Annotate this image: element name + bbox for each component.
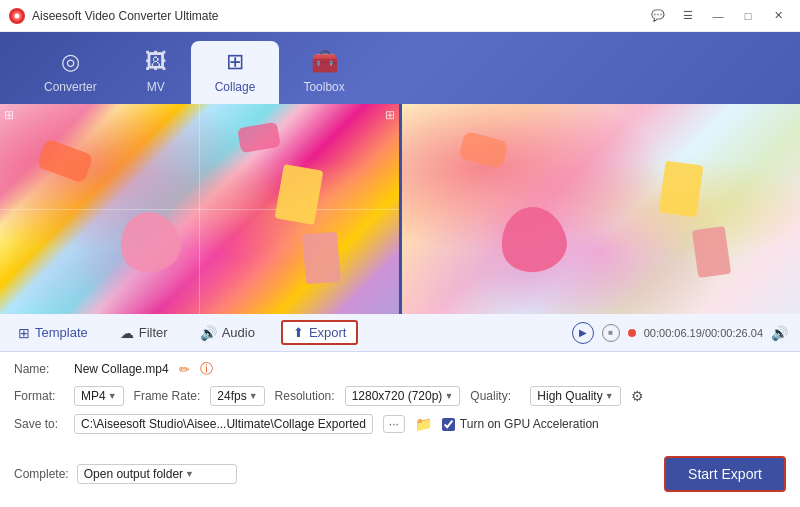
close-button[interactable]: ✕ (764, 6, 792, 26)
resolution-value: 1280x720 (720p) (352, 389, 443, 403)
grid-icon-tr: ⊞ (385, 108, 395, 122)
tab-collage-label: Collage (215, 80, 256, 94)
playback-controls: ▶ ■ 00:00:06.19/00:00:26.04 🔊 (572, 322, 788, 344)
name-value: New Collage.mp4 (74, 362, 169, 376)
quality-select[interactable]: High Quality ▼ (530, 386, 620, 406)
browse-button[interactable]: ··· (383, 415, 405, 433)
play-button[interactable]: ▶ (572, 322, 594, 344)
audio-icon: 🔊 (200, 325, 217, 341)
tab-toolbox-label: Toolbox (303, 80, 344, 94)
toolbar: ⊞ Template ☁ Filter 🔊 Audio ⬆ Export ▶ ■… (0, 314, 800, 352)
preview-left-bg: ⊞ ⊞ (0, 104, 399, 314)
resolution-arrow: ▼ (444, 391, 453, 401)
audio-label: Audio (222, 325, 255, 340)
app-logo (8, 7, 26, 25)
stop-button[interactable]: ■ (602, 324, 620, 342)
name-row: Name: New Collage.mp4 ✏ ⓘ (14, 360, 786, 378)
quality-label: Quality: (470, 389, 520, 403)
grid-icon-tl: ⊞ (4, 108, 14, 122)
preview-area: ⊞ ⊞ (0, 104, 800, 314)
format-select[interactable]: MP4 ▼ (74, 386, 124, 406)
start-export-button[interactable]: Start Export (664, 456, 786, 492)
chat-button[interactable]: 💬 (644, 6, 672, 26)
filter-label: Filter (139, 325, 168, 340)
resolution-select[interactable]: 1280x720 (720p) ▼ (345, 386, 461, 406)
quality-gear-icon[interactable]: ⚙ (631, 388, 644, 404)
svg-point-2 (15, 13, 20, 18)
titlebar-left: Aiseesoft Video Converter Ultimate (8, 7, 219, 25)
saveto-input[interactable]: C:\Aiseesoft Studio\Aisee...Ultimate\Col… (74, 414, 373, 434)
gpu-label-text: Turn on GPU Acceleration (460, 417, 599, 431)
complete-select[interactable]: Open output folder ▼ (77, 464, 237, 484)
saveto-label: Save to: (14, 417, 64, 431)
tab-collage[interactable]: ⊞ Collage (191, 41, 280, 104)
export-toolbar-icon: ⬆ (293, 325, 304, 340)
tab-converter-label: Converter (44, 80, 97, 94)
gpu-checkbox[interactable] (442, 418, 455, 431)
gpu-label[interactable]: Turn on GPU Acceleration (442, 417, 599, 431)
tabbar: ◎ Converter 🖼 MV ⊞ Collage 🧰 Toolbox (0, 32, 800, 104)
saveto-row: Save to: C:\Aiseesoft Studio\Aisee...Ult… (14, 414, 786, 434)
framerate-select[interactable]: 24fps ▼ (210, 386, 264, 406)
app-title: Aiseesoft Video Converter Ultimate (32, 9, 219, 23)
format-label: Format: (14, 389, 64, 403)
format-value: MP4 (81, 389, 106, 403)
progress-dot[interactable] (628, 329, 636, 337)
menu-button[interactable]: ☰ (674, 6, 702, 26)
framerate-value: 24fps (217, 389, 246, 403)
tab-toolbox[interactable]: 🧰 Toolbox (279, 41, 368, 104)
volume-icon[interactable]: 🔊 (771, 325, 788, 341)
toolbox-icon: 🧰 (311, 49, 338, 75)
template-button[interactable]: ⊞ Template (12, 322, 94, 344)
info-name-icon[interactable]: ⓘ (200, 360, 213, 378)
deco-clip2 (302, 231, 341, 284)
preview-right (399, 104, 801, 314)
grid-line-h (0, 209, 399, 210)
tab-converter[interactable]: ◎ Converter (20, 41, 121, 104)
template-label: Template (35, 325, 88, 340)
audio-button[interactable]: 🔊 Audio (194, 322, 261, 344)
edit-name-icon[interactable]: ✏ (179, 362, 190, 377)
filter-button[interactable]: ☁ Filter (114, 322, 174, 344)
tab-mv[interactable]: 🖼 MV (121, 41, 191, 104)
export-toolbar-button[interactable]: ⬆ Export (281, 320, 359, 345)
settings-panel: Name: New Collage.mp4 ✏ ⓘ Format: MP4 ▼ … (0, 352, 800, 450)
deco-clip-r1 (659, 160, 704, 217)
preview-right-overlay (402, 104, 801, 314)
preview-right-bg (402, 104, 801, 314)
template-icon: ⊞ (18, 325, 30, 341)
titlebar: Aiseesoft Video Converter Ultimate 💬 ☰ —… (0, 0, 800, 32)
deco-clip-r2 (692, 226, 731, 278)
saveto-value: C:\Aiseesoft Studio\Aisee...Ultimate\Col… (81, 417, 366, 431)
tab-mv-label: MV (147, 80, 165, 94)
framerate-label: Frame Rate: (134, 389, 201, 403)
mv-icon: 🖼 (145, 49, 167, 75)
folder-icon[interactable]: 📁 (415, 416, 432, 432)
complete-value: Open output folder (84, 467, 183, 481)
complete-arrow: ▼ (185, 469, 194, 479)
resolution-label: Resolution: (275, 389, 335, 403)
export-toolbar-label: Export (309, 325, 347, 340)
framerate-arrow: ▼ (249, 391, 258, 401)
format-arrow: ▼ (108, 391, 117, 401)
collage-icon: ⊞ (226, 49, 244, 75)
quality-arrow: ▼ (605, 391, 614, 401)
preview-left: ⊞ ⊞ (0, 104, 399, 314)
complete-label: Complete: (14, 467, 69, 481)
bottom-row: Complete: Open output folder ▼ Start Exp… (0, 450, 800, 500)
titlebar-controls: 💬 ☰ — □ ✕ (644, 6, 792, 26)
timecode: 00:00:06.19/00:00:26.04 (644, 327, 763, 339)
complete-row: Complete: Open output folder ▼ (14, 464, 237, 484)
quality-value: High Quality (537, 389, 602, 403)
filter-icon: ☁ (120, 325, 134, 341)
format-row: Format: MP4 ▼ Frame Rate: 24fps ▼ Resolu… (14, 386, 786, 406)
converter-icon: ◎ (61, 49, 80, 75)
minimize-button[interactable]: — (704, 6, 732, 26)
name-label: Name: (14, 362, 64, 376)
maximize-button[interactable]: □ (734, 6, 762, 26)
